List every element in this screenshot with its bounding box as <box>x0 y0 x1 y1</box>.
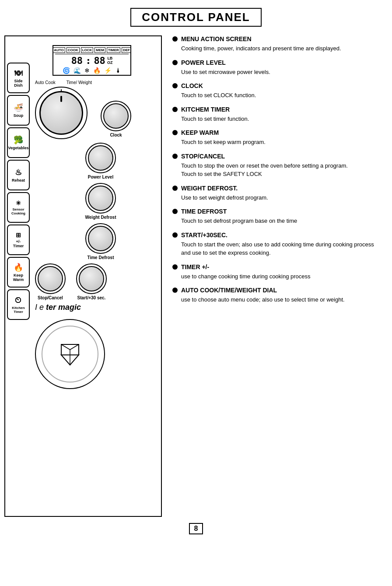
menu-title-text: MENU ACTION SCREEN <box>181 35 252 42</box>
stop-cancel-knob-outer[interactable] <box>35 263 66 294</box>
time-defrost-knob-outer[interactable] <box>85 223 116 254</box>
feature-title-stop: STOP/CANCEL <box>172 153 382 160</box>
feature-desc-menu: Cooking time, power, indicators and pres… <box>181 44 382 53</box>
lcd-icon-6: 🌡 <box>115 67 121 74</box>
feature-desc-power: Use to set microwave power levels. <box>181 68 382 77</box>
feature-clock: CLOCK Touch to set CLOCK function. <box>172 82 382 100</box>
lcd-units: LB OZ <box>107 56 113 65</box>
bullet-time-defrost <box>172 209 178 214</box>
lcd-right-digits: 88 <box>94 55 105 66</box>
feature-title-dial: AUTO COOK/TIME/WEIGHT DIAL <box>172 287 382 294</box>
lcd-icon-2: 🌊 <box>74 67 81 74</box>
feature-title-time-defrost: TIME DEFROST <box>172 208 382 215</box>
bullet-keep-warm <box>172 130 178 135</box>
side-dish-button[interactable]: 🍽 SideDish <box>7 63 30 93</box>
feature-title-clock: CLOCK <box>172 82 382 89</box>
time-defrost-knob[interactable] <box>88 226 113 251</box>
lcd-icon-5: ⚡ <box>104 67 112 74</box>
feature-auto-cook-dial: AUTO COOK/TIME/WEIGHT DIAL use to choose… <box>172 287 382 304</box>
keep-warm-icon: 🔥 <box>14 263 23 272</box>
brand-magic: magic <box>58 303 81 312</box>
keep-warm-label: KeepWarm <box>13 273 24 282</box>
lcd-icon-4: 🔥 <box>93 67 101 74</box>
time-defrost-title-text: TIME DEFROST <box>181 208 227 215</box>
stop-cancel-group: Stop/Cancel <box>35 263 66 300</box>
lcd-oz: OZ <box>107 60 113 65</box>
vegetables-button[interactable]: 🥦 Vegetables <box>7 127 30 158</box>
reheat-label: Reheat <box>12 178 25 182</box>
power-title-text: POWER LEVEL <box>181 59 226 66</box>
svg-line-2 <box>61 344 70 350</box>
feature-desc-weight-defrost: Use to set weight defrost program. <box>181 193 382 202</box>
feature-keep-warm: KEEP WARM Touch to set keep warm program… <box>172 129 382 147</box>
timer-icon: ⊞ <box>16 232 21 239</box>
power-level-group: Power Level <box>44 143 158 179</box>
start-label: Start/+30 sec. <box>77 295 106 300</box>
keep-warm-button[interactable]: 🔥 KeepWarm <box>7 257 30 288</box>
lcd-colon: : <box>85 55 91 66</box>
feature-desc-dial: use to choose auto menu code; also use t… <box>181 295 382 304</box>
clock-label: Clock <box>110 133 122 137</box>
lcd-left-digits: 88 <box>71 55 83 66</box>
feature-weight-defrost: WEIGHT DEFROST. Use to set weight defros… <box>172 185 382 202</box>
stop-cancel-knob[interactable] <box>38 266 63 291</box>
bullet-power <box>172 60 178 65</box>
keep-warm-title-text: KEEP WARM <box>181 129 219 136</box>
feature-title-menu: MENU ACTION SCREEN <box>172 35 382 42</box>
lcd-bottom-icons: 🌀 🌊 ❄ 🔥 ⚡ 🌡 <box>63 67 121 74</box>
left-panel: 🍽 SideDish 🍜 Soup 🥦 Vegetables ♨ Reheat … <box>4 35 162 517</box>
weight-defrost-title-text: WEIGHT DEFROST. <box>181 185 238 192</box>
svg-line-3 <box>70 344 79 350</box>
page-footer: 8 <box>0 517 392 537</box>
brand-e: e <box>39 303 44 312</box>
clock-knob-outer[interactable] <box>101 101 131 131</box>
bottom-knob-group <box>35 319 158 389</box>
feature-title-weight-defrost: WEIGHT DEFROST. <box>172 185 382 192</box>
framer-icon <box>57 341 83 367</box>
time-defrost-group: Time Defrost <box>44 223 158 260</box>
bottom-knob-circle[interactable] <box>35 319 105 389</box>
weight-defrost-group: Weight Defrost <box>44 183 158 220</box>
power-level-knob[interactable] <box>88 145 113 171</box>
feature-power-level: POWER LEVEL Use to set microwave power l… <box>172 59 382 77</box>
lcd-cook-label: COOK <box>66 47 80 53</box>
main-dial-labels: Auto Cook Time/ Weight <box>35 80 92 85</box>
bullet-kitchen <box>172 107 178 112</box>
right-panel: MENU ACTION SCREEN Cooking time, power, … <box>162 35 388 517</box>
sensor-cooking-button[interactable]: ✳ SensorCooking <box>7 192 30 223</box>
clock-knob-inner[interactable] <box>103 103 129 129</box>
start-knob-outer[interactable] <box>76 263 107 294</box>
main-content: 🍽 SideDish 🍜 Soup 🥦 Vegetables ♨ Reheat … <box>0 31 392 517</box>
lcd-auto-label: AUTO <box>52 47 65 53</box>
soup-button[interactable]: 🍜 Soup <box>7 95 30 126</box>
power-level-knob-outer[interactable] <box>85 143 116 173</box>
time-weight-label: Time/ Weight <box>66 80 92 85</box>
reheat-button[interactable]: ♨ Reheat <box>7 160 30 190</box>
vegetables-label: Vegetables <box>8 146 28 150</box>
main-dial-outer[interactable] <box>35 87 88 139</box>
start-knob[interactable] <box>79 266 104 291</box>
time-defrost-label: Time Defrost <box>88 255 114 260</box>
timer-label: +/-Timer <box>13 239 24 248</box>
auto-cook-label: Auto Cook <box>35 80 56 85</box>
feature-desc-keep-warm: Touch to set keep warm program. <box>181 138 382 147</box>
sensor-label: SensorCooking <box>11 207 25 215</box>
bottom-knob-inner <box>42 326 98 382</box>
side-buttons: 🍽 SideDish 🍜 Soup 🥦 Vegetables ♨ Reheat … <box>7 63 30 320</box>
kitchen-timer-button[interactable]: ⏲ KitchenTimer <box>7 289 30 320</box>
feature-title-power: POWER LEVEL <box>172 59 382 66</box>
weight-defrost-knob-outer[interactable] <box>85 183 116 214</box>
feature-stop-cancel: STOP/CANCEL Touch to stop the oven or re… <box>172 153 382 179</box>
kitchen-title-text: KITCHEM TIMER <box>181 106 230 113</box>
weight-defrost-knob[interactable] <box>88 186 113 211</box>
feature-title-keep-warm: KEEP WARM <box>172 129 382 136</box>
feature-time-defrost: TIME DEFROST Touch to set defrost progra… <box>172 208 382 225</box>
feature-desc-stop: Touch to stop the oven or reset the oven… <box>181 161 382 179</box>
lcd-icon-1: 🌀 <box>63 67 70 74</box>
reheat-icon: ♨ <box>15 168 22 177</box>
feature-kitchen-timer: KITCHEM TIMER Touch to set timer functio… <box>172 106 382 123</box>
timer-button[interactable]: ⊞ +/-Timer <box>7 225 30 255</box>
main-dial-inner[interactable] <box>39 91 83 135</box>
bullet-menu <box>172 36 178 42</box>
kitchen-timer-icon: ⏲ <box>14 296 22 305</box>
